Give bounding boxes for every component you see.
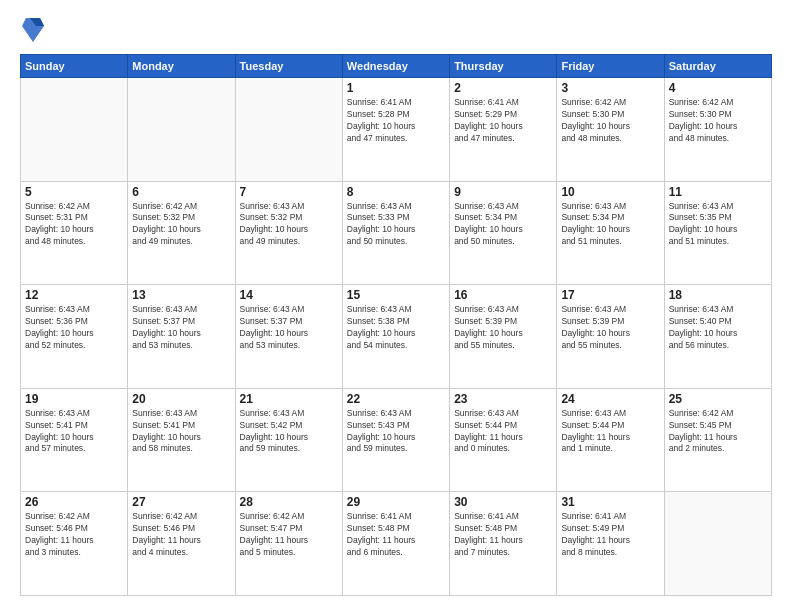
cell-week2-day5: 10Sunrise: 6:43 AM Sunset: 5:34 PM Dayli… bbox=[557, 181, 664, 285]
day-number: 21 bbox=[240, 392, 338, 406]
cell-week4-day2: 21Sunrise: 6:43 AM Sunset: 5:42 PM Dayli… bbox=[235, 388, 342, 492]
day-number: 24 bbox=[561, 392, 659, 406]
day-info: Sunrise: 6:42 AM Sunset: 5:46 PM Dayligh… bbox=[25, 511, 123, 559]
cell-week2-day6: 11Sunrise: 6:43 AM Sunset: 5:35 PM Dayli… bbox=[664, 181, 771, 285]
day-info: Sunrise: 6:42 AM Sunset: 5:32 PM Dayligh… bbox=[132, 201, 230, 249]
day-number: 28 bbox=[240, 495, 338, 509]
header-thursday: Thursday bbox=[450, 55, 557, 78]
day-info: Sunrise: 6:43 AM Sunset: 5:42 PM Dayligh… bbox=[240, 408, 338, 456]
day-info: Sunrise: 6:43 AM Sunset: 5:40 PM Dayligh… bbox=[669, 304, 767, 352]
day-info: Sunrise: 6:43 AM Sunset: 5:39 PM Dayligh… bbox=[454, 304, 552, 352]
day-info: Sunrise: 6:43 AM Sunset: 5:44 PM Dayligh… bbox=[454, 408, 552, 456]
cell-week2-day2: 7Sunrise: 6:43 AM Sunset: 5:32 PM Daylig… bbox=[235, 181, 342, 285]
cell-week3-day5: 17Sunrise: 6:43 AM Sunset: 5:39 PM Dayli… bbox=[557, 285, 664, 389]
day-number: 6 bbox=[132, 185, 230, 199]
cell-week1-day5: 3Sunrise: 6:42 AM Sunset: 5:30 PM Daylig… bbox=[557, 78, 664, 182]
day-info: Sunrise: 6:42 AM Sunset: 5:47 PM Dayligh… bbox=[240, 511, 338, 559]
day-number: 8 bbox=[347, 185, 445, 199]
day-number: 19 bbox=[25, 392, 123, 406]
cell-week2-day1: 6Sunrise: 6:42 AM Sunset: 5:32 PM Daylig… bbox=[128, 181, 235, 285]
day-number: 26 bbox=[25, 495, 123, 509]
week-row-2: 5Sunrise: 6:42 AM Sunset: 5:31 PM Daylig… bbox=[21, 181, 772, 285]
day-info: Sunrise: 6:41 AM Sunset: 5:48 PM Dayligh… bbox=[454, 511, 552, 559]
cell-week4-day0: 19Sunrise: 6:43 AM Sunset: 5:41 PM Dayli… bbox=[21, 388, 128, 492]
cell-week1-day6: 4Sunrise: 6:42 AM Sunset: 5:30 PM Daylig… bbox=[664, 78, 771, 182]
week-row-5: 26Sunrise: 6:42 AM Sunset: 5:46 PM Dayli… bbox=[21, 492, 772, 596]
day-info: Sunrise: 6:43 AM Sunset: 5:37 PM Dayligh… bbox=[132, 304, 230, 352]
header bbox=[20, 16, 772, 44]
day-number: 5 bbox=[25, 185, 123, 199]
day-number: 4 bbox=[669, 81, 767, 95]
day-info: Sunrise: 6:41 AM Sunset: 5:48 PM Dayligh… bbox=[347, 511, 445, 559]
week-row-4: 19Sunrise: 6:43 AM Sunset: 5:41 PM Dayli… bbox=[21, 388, 772, 492]
day-number: 10 bbox=[561, 185, 659, 199]
cell-week1-day2 bbox=[235, 78, 342, 182]
day-info: Sunrise: 6:43 AM Sunset: 5:43 PM Dayligh… bbox=[347, 408, 445, 456]
cell-week3-day1: 13Sunrise: 6:43 AM Sunset: 5:37 PM Dayli… bbox=[128, 285, 235, 389]
header-monday: Monday bbox=[128, 55, 235, 78]
header-wednesday: Wednesday bbox=[342, 55, 449, 78]
cell-week5-day6 bbox=[664, 492, 771, 596]
cell-week5-day1: 27Sunrise: 6:42 AM Sunset: 5:46 PM Dayli… bbox=[128, 492, 235, 596]
day-info: Sunrise: 6:43 AM Sunset: 5:33 PM Dayligh… bbox=[347, 201, 445, 249]
day-number: 31 bbox=[561, 495, 659, 509]
cell-week5-day0: 26Sunrise: 6:42 AM Sunset: 5:46 PM Dayli… bbox=[21, 492, 128, 596]
day-info: Sunrise: 6:42 AM Sunset: 5:30 PM Dayligh… bbox=[561, 97, 659, 145]
cell-week4-day6: 25Sunrise: 6:42 AM Sunset: 5:45 PM Dayli… bbox=[664, 388, 771, 492]
day-number: 3 bbox=[561, 81, 659, 95]
week-row-1: 1Sunrise: 6:41 AM Sunset: 5:28 PM Daylig… bbox=[21, 78, 772, 182]
day-number: 18 bbox=[669, 288, 767, 302]
cell-week4-day3: 22Sunrise: 6:43 AM Sunset: 5:43 PM Dayli… bbox=[342, 388, 449, 492]
cell-week1-day0 bbox=[21, 78, 128, 182]
day-info: Sunrise: 6:43 AM Sunset: 5:41 PM Dayligh… bbox=[132, 408, 230, 456]
day-info: Sunrise: 6:43 AM Sunset: 5:39 PM Dayligh… bbox=[561, 304, 659, 352]
day-info: Sunrise: 6:43 AM Sunset: 5:34 PM Dayligh… bbox=[454, 201, 552, 249]
cell-week2-day0: 5Sunrise: 6:42 AM Sunset: 5:31 PM Daylig… bbox=[21, 181, 128, 285]
day-number: 20 bbox=[132, 392, 230, 406]
day-info: Sunrise: 6:41 AM Sunset: 5:28 PM Dayligh… bbox=[347, 97, 445, 145]
header-friday: Friday bbox=[557, 55, 664, 78]
day-info: Sunrise: 6:42 AM Sunset: 5:31 PM Dayligh… bbox=[25, 201, 123, 249]
day-number: 23 bbox=[454, 392, 552, 406]
week-row-3: 12Sunrise: 6:43 AM Sunset: 5:36 PM Dayli… bbox=[21, 285, 772, 389]
day-number: 14 bbox=[240, 288, 338, 302]
cell-week1-day1 bbox=[128, 78, 235, 182]
day-number: 12 bbox=[25, 288, 123, 302]
day-number: 27 bbox=[132, 495, 230, 509]
day-info: Sunrise: 6:43 AM Sunset: 5:34 PM Dayligh… bbox=[561, 201, 659, 249]
calendar-header: SundayMondayTuesdayWednesdayThursdayFrid… bbox=[21, 55, 772, 78]
day-number: 16 bbox=[454, 288, 552, 302]
day-number: 2 bbox=[454, 81, 552, 95]
cell-week3-day4: 16Sunrise: 6:43 AM Sunset: 5:39 PM Dayli… bbox=[450, 285, 557, 389]
day-info: Sunrise: 6:43 AM Sunset: 5:44 PM Dayligh… bbox=[561, 408, 659, 456]
day-number: 11 bbox=[669, 185, 767, 199]
header-tuesday: Tuesday bbox=[235, 55, 342, 78]
logo-icon bbox=[22, 16, 44, 44]
calendar-body: 1Sunrise: 6:41 AM Sunset: 5:28 PM Daylig… bbox=[21, 78, 772, 596]
day-info: Sunrise: 6:43 AM Sunset: 5:38 PM Dayligh… bbox=[347, 304, 445, 352]
page: SundayMondayTuesdayWednesdayThursdayFrid… bbox=[0, 0, 792, 612]
cell-week4-day1: 20Sunrise: 6:43 AM Sunset: 5:41 PM Dayli… bbox=[128, 388, 235, 492]
cell-week3-day2: 14Sunrise: 6:43 AM Sunset: 5:37 PM Dayli… bbox=[235, 285, 342, 389]
cell-week3-day3: 15Sunrise: 6:43 AM Sunset: 5:38 PM Dayli… bbox=[342, 285, 449, 389]
cell-week5-day3: 29Sunrise: 6:41 AM Sunset: 5:48 PM Dayli… bbox=[342, 492, 449, 596]
days-of-week-row: SundayMondayTuesdayWednesdayThursdayFrid… bbox=[21, 55, 772, 78]
cell-week5-day5: 31Sunrise: 6:41 AM Sunset: 5:49 PM Dayli… bbox=[557, 492, 664, 596]
day-number: 30 bbox=[454, 495, 552, 509]
day-number: 1 bbox=[347, 81, 445, 95]
day-info: Sunrise: 6:41 AM Sunset: 5:29 PM Dayligh… bbox=[454, 97, 552, 145]
header-sunday: Sunday bbox=[21, 55, 128, 78]
day-number: 9 bbox=[454, 185, 552, 199]
day-number: 17 bbox=[561, 288, 659, 302]
day-info: Sunrise: 6:42 AM Sunset: 5:46 PM Dayligh… bbox=[132, 511, 230, 559]
cell-week2-day3: 8Sunrise: 6:43 AM Sunset: 5:33 PM Daylig… bbox=[342, 181, 449, 285]
day-info: Sunrise: 6:43 AM Sunset: 5:35 PM Dayligh… bbox=[669, 201, 767, 249]
header-saturday: Saturday bbox=[664, 55, 771, 78]
cell-week5-day2: 28Sunrise: 6:42 AM Sunset: 5:47 PM Dayli… bbox=[235, 492, 342, 596]
day-info: Sunrise: 6:43 AM Sunset: 5:37 PM Dayligh… bbox=[240, 304, 338, 352]
cell-week5-day4: 30Sunrise: 6:41 AM Sunset: 5:48 PM Dayli… bbox=[450, 492, 557, 596]
day-number: 29 bbox=[347, 495, 445, 509]
day-number: 22 bbox=[347, 392, 445, 406]
cell-week3-day0: 12Sunrise: 6:43 AM Sunset: 5:36 PM Dayli… bbox=[21, 285, 128, 389]
day-info: Sunrise: 6:41 AM Sunset: 5:49 PM Dayligh… bbox=[561, 511, 659, 559]
